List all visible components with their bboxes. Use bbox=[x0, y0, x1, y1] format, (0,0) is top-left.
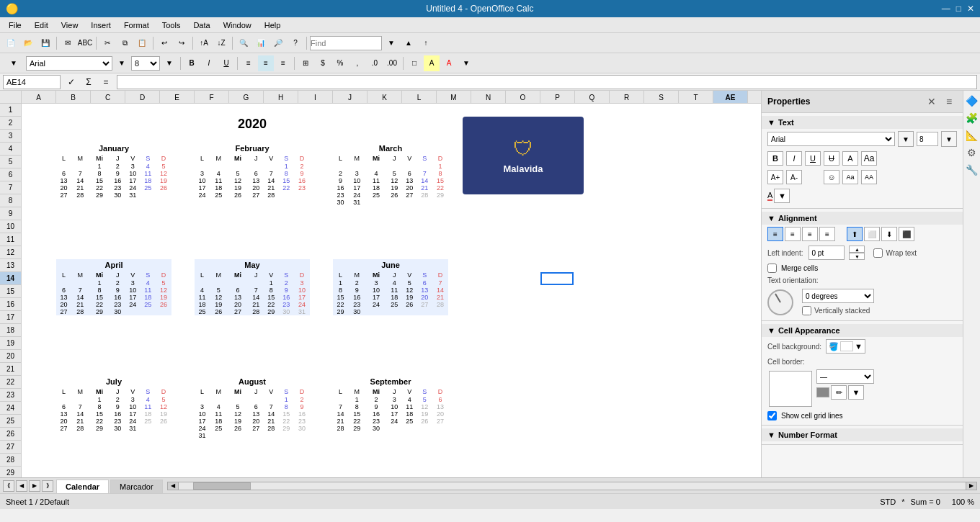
row-3[interactable]: 3 bbox=[0, 130, 22, 143]
valign-top-button[interactable]: ⬆ bbox=[847, 227, 863, 241]
aa2-button[interactable]: AA bbox=[861, 170, 877, 184]
row-26[interactable]: 26 bbox=[0, 428, 22, 441]
border-color-edit-btn[interactable]: ✏ bbox=[831, 385, 847, 400]
orientation-select[interactable]: 0 degrees bbox=[802, 289, 874, 303]
close-button[interactable]: ✕ bbox=[967, 4, 974, 14]
cut-button[interactable]: ✂ bbox=[99, 35, 115, 51]
underline-button[interactable]: U bbox=[218, 55, 234, 71]
row-19[interactable]: 19 bbox=[0, 337, 22, 350]
alignment-section-header[interactable]: ▼ Alignment bbox=[762, 212, 963, 225]
valign-mid-button[interactable]: ⬜ bbox=[864, 227, 880, 241]
charmap-button[interactable]: ☺ bbox=[824, 170, 839, 184]
formula-ok-btn[interactable]: ✓ bbox=[63, 74, 79, 90]
font-size-prop-dropdown[interactable]: ▼ bbox=[941, 131, 957, 147]
col-P[interactable]: P bbox=[540, 91, 575, 104]
shadow-prop-button[interactable]: A bbox=[842, 151, 858, 166]
border-preview[interactable] bbox=[769, 371, 812, 407]
formula-input[interactable] bbox=[117, 75, 977, 89]
row-24[interactable]: 24 bbox=[0, 402, 22, 415]
row-27[interactable]: 27 bbox=[0, 441, 22, 454]
row-23[interactable]: 23 bbox=[0, 389, 22, 402]
search-prev-button[interactable]: ↑ bbox=[418, 35, 434, 51]
cell-appearance-header[interactable]: ▼ Cell Appearance bbox=[762, 324, 963, 337]
font-size-select[interactable]: 8 bbox=[131, 56, 160, 71]
row-11[interactable]: 11 bbox=[0, 233, 22, 246]
tab-nav-prev[interactable]: ◀ bbox=[16, 480, 27, 492]
sidebar-btn-3[interactable]: 📐 bbox=[965, 128, 979, 143]
bold-prop-button[interactable]: B bbox=[767, 151, 783, 166]
underline-prop-button[interactable]: U bbox=[805, 151, 821, 166]
orientation-dial[interactable] bbox=[767, 289, 793, 315]
tab-nav-last[interactable]: ⟫ bbox=[42, 480, 53, 492]
align-right-button[interactable]: ≡ bbox=[275, 55, 291, 71]
help-button[interactable]: ? bbox=[288, 35, 303, 51]
col-G[interactable]: G bbox=[229, 91, 264, 104]
font-size-prop-input[interactable] bbox=[917, 132, 938, 146]
bg-color-button[interactable]: A bbox=[424, 55, 440, 71]
merge-cells-checkbox[interactable] bbox=[767, 264, 777, 273]
align-left-button[interactable]: ≡ bbox=[241, 55, 257, 71]
col-H[interactable]: H bbox=[264, 91, 298, 104]
thousand-button[interactable]: , bbox=[349, 55, 365, 71]
show-grid-checkbox[interactable] bbox=[767, 411, 777, 420]
h-scrollbar[interactable]: ◀ ▶ bbox=[164, 478, 980, 493]
menu-view[interactable]: View bbox=[55, 19, 84, 31]
merge-button[interactable]: ⊞ bbox=[298, 55, 313, 71]
paste-button[interactable]: 📋 bbox=[134, 35, 150, 51]
h-scroll-track[interactable] bbox=[179, 482, 966, 490]
sheet-tab-calendar[interactable]: Calendar bbox=[56, 480, 109, 493]
increase-font-button[interactable]: A+ bbox=[767, 170, 783, 184]
wrap-text-checkbox[interactable] bbox=[873, 248, 883, 258]
decimal-inc-button[interactable]: .0 bbox=[367, 55, 383, 71]
copy-button[interactable]: ⧉ bbox=[117, 35, 133, 51]
zoom-button[interactable]: 🔎 bbox=[270, 35, 286, 51]
border-color-dropdown-btn[interactable]: ▼ bbox=[848, 385, 864, 400]
text-section-header[interactable]: ▼ Text bbox=[762, 116, 963, 129]
row-12[interactable]: 12 bbox=[0, 246, 22, 259]
row-13[interactable]: 13 bbox=[0, 259, 22, 272]
italic-prop-button[interactable]: I bbox=[786, 151, 802, 166]
col-T[interactable]: T bbox=[679, 91, 713, 104]
col-O[interactable]: O bbox=[506, 91, 540, 104]
align-left-prop-button[interactable]: ≡ bbox=[767, 227, 783, 241]
redo-button[interactable]: ↪ bbox=[174, 35, 190, 51]
vertically-stacked-checkbox[interactable] bbox=[802, 306, 811, 315]
col-D[interactable]: D bbox=[125, 91, 160, 104]
row-10[interactable]: 10 bbox=[0, 220, 22, 233]
row-25[interactable]: 25 bbox=[0, 415, 22, 428]
col-AE[interactable]: AE bbox=[713, 91, 748, 104]
indent-down-button[interactable]: ▼ bbox=[849, 253, 865, 260]
menu-data[interactable]: Data bbox=[187, 19, 215, 31]
font-name-select[interactable]: Arial bbox=[26, 56, 112, 71]
tab-nav-next[interactable]: ▶ bbox=[29, 480, 40, 492]
number-format-header[interactable]: ▼ Number Format bbox=[762, 428, 963, 441]
row-1[interactable]: 1 bbox=[0, 104, 22, 117]
border-button[interactable]: □ bbox=[406, 55, 422, 71]
search-go-button[interactable]: ▼ bbox=[383, 35, 399, 51]
row-22[interactable]: 22 bbox=[0, 376, 22, 389]
col-L[interactable]: L bbox=[402, 91, 437, 104]
minimize-button[interactable]: — bbox=[942, 4, 950, 14]
chart-button[interactable]: 📊 bbox=[253, 35, 269, 51]
row-4[interactable]: 4 bbox=[0, 143, 22, 156]
undo-button[interactable]: ↩ bbox=[156, 35, 172, 51]
valign-bottom-button[interactable]: ⬇ bbox=[881, 227, 897, 241]
font-name-prop-dropdown[interactable]: ▼ bbox=[898, 131, 914, 147]
properties-close-button[interactable]: ✕ bbox=[924, 94, 940, 109]
sidebar-btn-2[interactable]: 🧩 bbox=[965, 111, 979, 125]
outline-prop-button[interactable]: Aa bbox=[861, 151, 877, 166]
col-R[interactable]: R bbox=[610, 91, 644, 104]
cell-reference-input[interactable] bbox=[3, 75, 61, 89]
font-name-prop-select[interactable]: Arial bbox=[767, 132, 895, 146]
font-name-dropdown[interactable]: ▼ bbox=[114, 55, 130, 71]
decimal-dec-button[interactable]: .00 bbox=[384, 55, 400, 71]
menu-format[interactable]: Format bbox=[118, 19, 155, 31]
sort-desc-button[interactable]: ↓Z bbox=[213, 35, 229, 51]
row-17[interactable]: 17 bbox=[0, 311, 22, 324]
maximize-button[interactable]: □ bbox=[956, 4, 961, 14]
spellcheck-button[interactable]: ABC bbox=[77, 35, 93, 51]
strikethrough-prop-button[interactable]: U bbox=[824, 151, 839, 166]
col-C[interactable]: C bbox=[91, 91, 125, 104]
row-9[interactable]: 9 bbox=[0, 207, 22, 220]
col-B[interactable]: B bbox=[56, 91, 91, 104]
